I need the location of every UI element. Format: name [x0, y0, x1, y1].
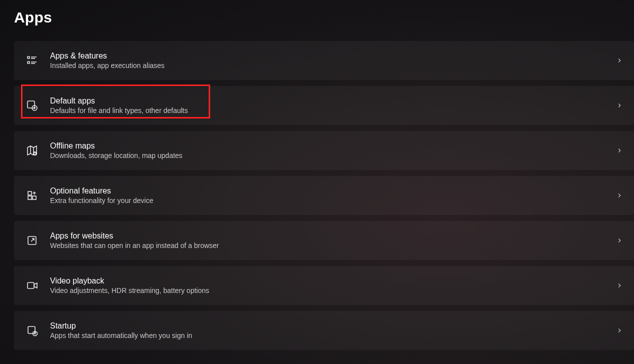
item-desc: Downloads, storage location, map updates	[50, 152, 616, 160]
svg-rect-12	[28, 192, 32, 195]
item-text: Offline maps Downloads, storage location…	[50, 142, 616, 160]
item-title: Apps & features	[50, 52, 616, 60]
item-text: Startup Apps that start automatically wh…	[50, 322, 616, 340]
item-text: Optional features Extra functionality fo…	[50, 186, 616, 204]
video-icon	[25, 278, 39, 292]
item-text: Default apps Defaults for file and link …	[50, 96, 616, 114]
item-apps-features[interactable]: Apps & features Installed apps, app exec…	[14, 41, 634, 80]
default-apps-icon	[25, 98, 39, 112]
item-text: Apps for websites Websites that can open…	[50, 232, 616, 250]
chevron-right-icon	[616, 57, 623, 64]
svg-rect-14	[28, 196, 32, 200]
svg-rect-6	[28, 101, 35, 108]
settings-list: Apps & features Installed apps, app exec…	[0, 41, 634, 350]
grid-plus-icon	[25, 188, 39, 202]
svg-rect-18	[28, 282, 34, 288]
map-icon	[25, 144, 39, 158]
item-text: Video playback Video adjustments, HDR st…	[50, 276, 616, 294]
item-apps-for-websites[interactable]: Apps for websites Websites that can open…	[14, 221, 634, 260]
svg-rect-13	[33, 196, 36, 200]
chevron-right-icon	[616, 327, 623, 334]
item-title: Apps for websites	[50, 232, 616, 240]
item-title: Offline maps	[50, 142, 616, 150]
svg-rect-0	[28, 56, 30, 58]
external-link-icon	[25, 234, 39, 248]
chevron-right-icon	[616, 237, 623, 244]
chevron-right-icon	[616, 102, 623, 109]
item-optional-features[interactable]: Optional features Extra functionality fo…	[14, 176, 634, 215]
item-desc: Extra functionality for your device	[50, 196, 616, 204]
item-desc: Installed apps, app execution aliases	[50, 62, 616, 70]
svg-rect-3	[28, 62, 30, 64]
page-title: Apps	[0, 0, 634, 26]
startup-icon	[25, 324, 39, 338]
list-icon	[25, 54, 39, 68]
chevron-right-icon	[616, 282, 623, 289]
chevron-right-icon	[616, 192, 623, 199]
svg-rect-20	[28, 326, 35, 334]
item-video-playback[interactable]: Video playback Video adjustments, HDR st…	[14, 266, 634, 305]
item-title: Video playback	[50, 276, 616, 286]
item-desc: Video adjustments, HDR streaming, batter…	[50, 286, 616, 294]
item-text: Apps & features Installed apps, app exec…	[50, 52, 616, 70]
item-default-apps[interactable]: Default apps Defaults for file and link …	[14, 86, 634, 125]
item-offline-maps[interactable]: Offline maps Downloads, storage location…	[14, 131, 634, 170]
item-desc: Apps that start automatically when you s…	[50, 332, 616, 340]
item-desc: Defaults for file and link types, other …	[50, 106, 616, 114]
item-title: Optional features	[50, 186, 616, 196]
chevron-right-icon	[616, 147, 623, 154]
item-startup[interactable]: Startup Apps that start automatically wh…	[14, 311, 634, 350]
item-title: Startup	[50, 322, 616, 330]
item-desc: Websites that can open in an app instead…	[50, 242, 616, 250]
item-title: Default apps	[50, 96, 616, 106]
svg-marker-19	[34, 283, 37, 288]
